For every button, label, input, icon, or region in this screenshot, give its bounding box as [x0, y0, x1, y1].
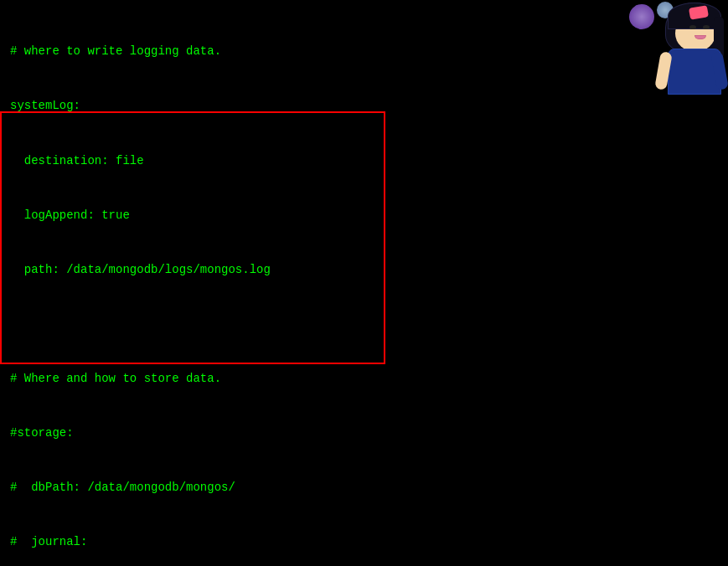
- line-6: [10, 316, 693, 334]
- line-8: #storage:: [10, 424, 693, 443]
- line-4: logAppend: true: [10, 207, 693, 225]
- avatar-container: [594, 0, 728, 100]
- line-3: destination: file: [10, 152, 693, 171]
- bubble-large: [629, 4, 654, 29]
- line-10: # journal:: [10, 533, 693, 552]
- line-9: # dbPath: /data/mongodb/mongos/: [10, 479, 693, 497]
- char-eye-left: [689, 25, 696, 29]
- code-editor: # where to write logging data. systemLog…: [0, 0, 728, 566]
- line-5: path: /data/mongodb/logs/mongos.log: [10, 261, 693, 280]
- line-1: # where to write logging data.: [10, 43, 693, 61]
- line-2: systemLog:: [10, 97, 693, 116]
- char-eye-right: [703, 25, 710, 29]
- line-7: # Where and how to store data.: [10, 370, 693, 388]
